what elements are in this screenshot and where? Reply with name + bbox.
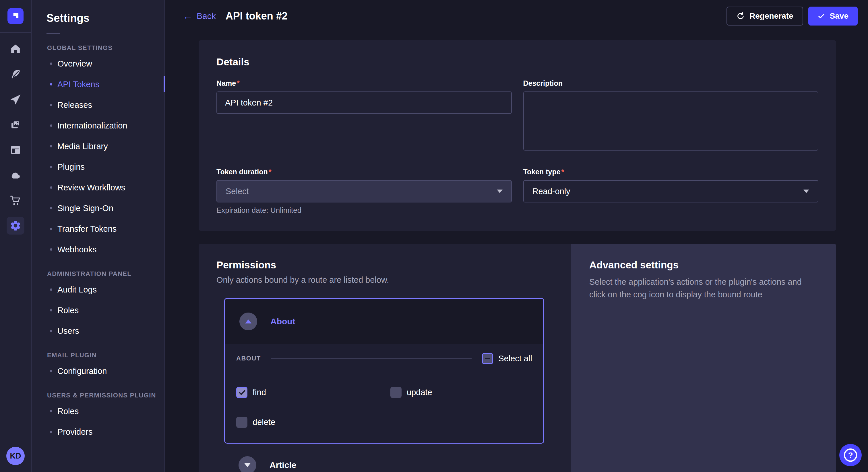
sidebar-item-roles[interactable]: Roles xyxy=(32,401,164,422)
required-asterisk: * xyxy=(561,168,564,176)
cloud-nav-button[interactable] xyxy=(7,166,24,184)
sidebar-item-webhooks[interactable]: Webhooks xyxy=(32,239,164,260)
checkbox-delete[interactable] xyxy=(236,417,247,428)
paper-plane-icon xyxy=(9,94,22,105)
save-button[interactable]: Save xyxy=(808,7,858,26)
permission-action-label: find xyxy=(253,388,266,397)
bullet-icon xyxy=(50,125,52,127)
deploy-nav-button[interactable] xyxy=(7,91,24,108)
description-field-group: Description xyxy=(523,79,818,152)
bullet-icon xyxy=(50,187,52,189)
about-section-label: ABOUT xyxy=(236,355,261,362)
advanced-settings-panel: Advanced settings Select the application… xyxy=(571,244,836,472)
sidebar-title: Settings xyxy=(46,12,164,24)
permissions-accordion-about: About ABOUT Select all findupdatedelete xyxy=(224,298,544,444)
media-library-nav-button[interactable] xyxy=(7,116,24,134)
sidebar-section-header-email-plugin: EMAIL PLUGIN xyxy=(47,351,164,359)
checkbox-find[interactable] xyxy=(236,387,247,398)
name-input[interactable] xyxy=(216,92,512,114)
sidebar-item-label: Providers xyxy=(57,427,93,437)
select-all-label: Select all xyxy=(498,354,532,363)
sidebar-item-label: Webhooks xyxy=(57,245,97,255)
expand-button[interactable] xyxy=(239,456,256,472)
collapse-button[interactable] xyxy=(239,312,257,330)
bullet-icon xyxy=(50,410,52,412)
permission-action-label: update xyxy=(407,388,432,397)
user-avatar[interactable]: KD xyxy=(6,447,25,465)
permissions-heading: Permissions xyxy=(216,259,553,271)
strapi-logo[interactable] xyxy=(7,8,24,24)
sidebar-item-internationalization[interactable]: Internationalization xyxy=(32,115,164,136)
sidebar-item-overview[interactable]: Overview xyxy=(32,53,164,74)
save-label: Save xyxy=(830,11,848,21)
sidebar-item-audit-logs[interactable]: Audit Logs xyxy=(32,279,164,300)
back-link[interactable]: ← Back xyxy=(183,11,216,21)
sidebar-item-single-sign-on[interactable]: Single Sign-On xyxy=(32,198,164,218)
main-content: ← Back API token #2 Regenerate Save Deta… xyxy=(166,0,868,472)
permission-action-find[interactable]: find xyxy=(236,377,391,407)
accordion-label: Article xyxy=(270,460,296,470)
permission-action-label: delete xyxy=(253,417,275,427)
settings-nav-button[interactable] xyxy=(7,217,24,235)
home-nav-button[interactable] xyxy=(7,40,24,58)
permission-action-update[interactable]: update xyxy=(391,377,532,407)
select-all-checkbox-row[interactable]: Select all xyxy=(482,353,532,364)
bullet-icon xyxy=(50,370,52,372)
sidebar-item-review-workflows[interactable]: Review Workflows xyxy=(32,177,164,198)
sidebar-section-header-users-permissions-plugin: USERS & PERMISSIONS PLUGIN xyxy=(47,392,164,399)
sidebar-item-users[interactable]: Users xyxy=(32,321,164,341)
sidebar-item-api-tokens[interactable]: API Tokens xyxy=(32,74,164,95)
bullet-icon xyxy=(50,166,52,168)
sidebar-item-plugins[interactable]: Plugins xyxy=(32,157,164,177)
required-asterisk: * xyxy=(269,168,272,176)
help-button[interactable]: ? xyxy=(839,444,862,466)
description-label: Description xyxy=(523,79,818,88)
regenerate-button[interactable]: Regenerate xyxy=(726,7,803,26)
token-duration-select[interactable]: Select xyxy=(216,180,512,202)
description-textarea[interactable] xyxy=(523,92,818,150)
sidebar-item-label: API Tokens xyxy=(57,80,99,89)
chevron-down-icon xyxy=(803,190,809,193)
details-card: Details Name* Description Token duration… xyxy=(198,40,836,231)
sidebar-item-label: Transfer Tokens xyxy=(57,224,117,234)
check-icon xyxy=(817,12,825,20)
feather-icon xyxy=(9,68,22,80)
marketplace-nav-button[interactable] xyxy=(7,192,24,209)
cloud-icon xyxy=(9,169,22,181)
chevron-down-icon xyxy=(497,190,503,193)
sidebar-item-media-library[interactable]: Media Library xyxy=(32,136,164,157)
bullet-icon xyxy=(50,63,52,65)
permissions-row: Permissions Only actions bound by a rout… xyxy=(198,244,836,472)
content-manager-nav-button[interactable] xyxy=(7,65,24,83)
sidebar-item-providers[interactable]: Providers xyxy=(32,422,164,442)
sidebar-item-transfer-tokens[interactable]: Transfer Tokens xyxy=(32,218,164,239)
bullet-icon xyxy=(50,207,52,209)
sidebar-item-label: Roles xyxy=(57,407,79,416)
token-type-select[interactable]: Read-only xyxy=(523,180,818,202)
checkbox-update[interactable] xyxy=(391,387,402,398)
sidebar-item-configuration[interactable]: Configuration xyxy=(32,361,164,381)
bullet-icon xyxy=(50,289,52,291)
permission-action-delete[interactable]: delete xyxy=(236,407,391,437)
bullet-icon xyxy=(50,248,52,250)
bullet-icon xyxy=(50,145,52,147)
chevron-down-icon xyxy=(244,463,251,467)
token-type-label: Token type* xyxy=(523,168,818,176)
accordion-about-header[interactable]: About xyxy=(225,299,544,344)
sidebar-item-roles[interactable]: Roles xyxy=(32,300,164,321)
sidebar-item-label: Media Library xyxy=(57,142,108,151)
details-heading: Details xyxy=(216,56,818,68)
sidebar-item-label: Roles xyxy=(57,306,79,315)
bullet-icon xyxy=(50,431,52,433)
sidebar-item-releases[interactable]: Releases xyxy=(32,95,164,115)
token-type-value: Read-only xyxy=(532,187,570,196)
token-duration-label: Token duration* xyxy=(216,168,512,176)
regenerate-label: Regenerate xyxy=(749,11,794,21)
layout-nav-button[interactable] xyxy=(7,141,24,159)
accordion-article-header[interactable]: Article xyxy=(224,444,544,472)
select-all-checkbox[interactable] xyxy=(482,353,493,364)
accordion-about-body: ABOUT Select all findupdatedelete xyxy=(225,344,544,443)
sidebar-item-label: Internationalization xyxy=(57,121,127,131)
permissions-subtitle: Only actions bound by a route are listed… xyxy=(216,275,553,285)
sidebar-item-label: Configuration xyxy=(57,367,107,376)
